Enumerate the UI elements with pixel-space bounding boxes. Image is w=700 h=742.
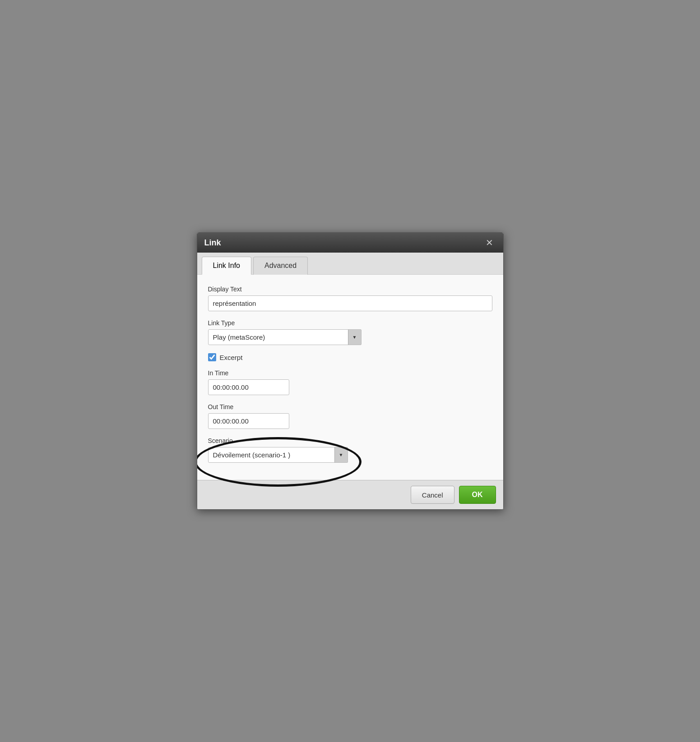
link-type-group: Link Type Play (metaScore) ▼ [208, 319, 492, 345]
scenario-select[interactable]: Dévoilement (scenario-1 ) [208, 447, 348, 463]
scenario-select-wrapper: Dévoilement (scenario-1 ) ▼ [208, 447, 348, 463]
link-type-select[interactable]: Play (metaScore) [208, 329, 362, 345]
link-type-select-wrapper: Play (metaScore) ▼ [208, 329, 362, 345]
scenario-label: Scenario [208, 437, 492, 444]
in-time-label: In Time [208, 369, 492, 377]
tab-advanced-label: Advanced [264, 262, 297, 269]
link-type-label: Link Type [208, 319, 492, 327]
dialog-title: Link [204, 238, 221, 248]
link-dialog: Link ✕ Link Info Advanced Display Text L… [197, 232, 504, 510]
scenario-highlight: Dévoilement (scenario-1 ) ▼ [208, 447, 348, 463]
tabs-bar: Link Info Advanced [197, 253, 503, 275]
in-time-group: In Time [208, 369, 492, 395]
dialog-titlebar: Link ✕ [197, 233, 503, 253]
ok-button[interactable]: OK [459, 486, 496, 504]
excerpt-label: Excerpt [220, 354, 243, 361]
excerpt-row: Excerpt [208, 353, 492, 361]
close-button[interactable]: ✕ [483, 237, 496, 248]
out-time-input[interactable] [208, 413, 289, 429]
scenario-group: Scenario Dévoilement (scenario-1 ) ▼ [208, 437, 492, 463]
out-time-group: Out Time [208, 403, 492, 429]
excerpt-checkbox[interactable] [208, 353, 216, 361]
cancel-button[interactable]: Cancel [411, 486, 454, 504]
display-text-input[interactable] [208, 295, 492, 311]
in-time-input[interactable] [208, 379, 289, 395]
display-text-label: Display Text [208, 286, 492, 293]
tab-link-info-label: Link Info [213, 262, 240, 269]
dialog-body: Display Text Link Type Play (metaScore) … [197, 275, 503, 480]
tab-link-info[interactable]: Link Info [202, 257, 251, 275]
display-text-group: Display Text [208, 286, 492, 311]
tab-advanced[interactable]: Advanced [253, 257, 308, 275]
out-time-label: Out Time [208, 403, 492, 410]
dialog-footer: Cancel OK [197, 480, 503, 509]
